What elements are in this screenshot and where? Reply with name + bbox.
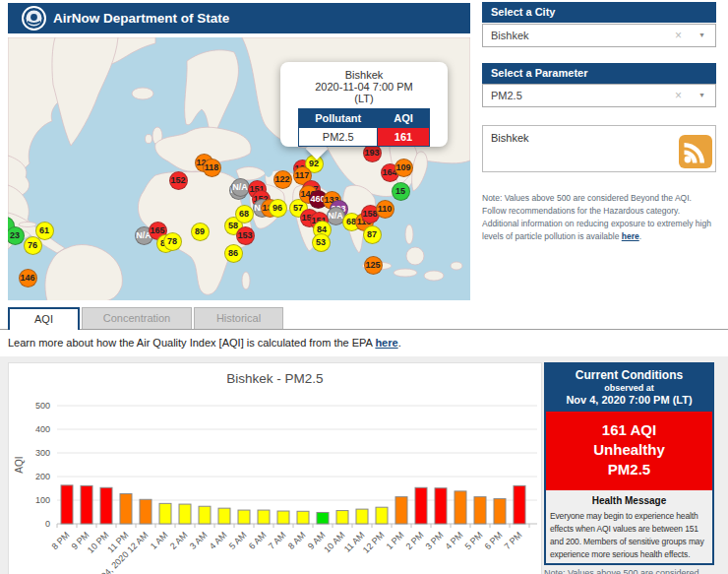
sidebar-note: Note: Values above 500 are considered Be… [482,192,716,243]
svg-text:3 PM: 3 PM [423,530,445,551]
tab-concentration[interactable]: Concentration [82,307,192,329]
aqi-marker[interactable]: 68 [235,205,254,223]
svg-text:4 PM: 4 PM [443,530,464,551]
tab-aqi[interactable]: AQI [8,307,80,330]
aqi-marker[interactable]: 23 [8,226,25,245]
aqi-bar-chart-panel: Bishkek - PM2.5 0100200300400500AQI8 PM9… [8,362,542,574]
popup-city: Bishkek [280,69,448,81]
conditions-datetime: Nov 4, 2020 7:00 PM (LT) [548,394,710,406]
app-header: AirNow Department of State [8,3,470,33]
svg-text:0: 0 [45,519,50,529]
aqi-marker[interactable]: 109 [394,159,413,177]
popup-aqi-value: 161 [378,128,430,147]
chart-title: Bishkek - PM2.5 [9,371,541,386]
aqi-marker[interactable]: 86 [224,244,243,263]
svg-text:7 AM: 7 AM [267,530,288,551]
conditions-aqi-box: 161 AQI Unhealthy PM2.5 [546,412,712,490]
svg-text:300: 300 [35,448,50,458]
aqi-marker[interactable]: N/A [231,178,250,197]
current-conditions-panel: Current Conditions observed at Nov 4, 20… [544,362,714,565]
parameter-select-value: PM2.5 [491,90,522,101]
health-message-section: Health Message Everyone may begin to exp… [546,490,712,563]
conditions-aqi-value: 161 AQI [546,420,712,440]
parameter-clear-icon[interactable]: × [675,85,682,106]
aqi-marker[interactable]: 89 [191,223,210,241]
parameter-dropdown-arrow-icon[interactable]: ▼ [698,85,705,106]
world-aqi-map[interactable]: 236176146152126118N/A165837889N/A5815386… [8,37,470,300]
learn-more-text: Learn more about how the Air Quality Ind… [8,337,401,349]
svg-text:1 PM: 1 PM [384,530,405,551]
city-select[interactable]: Bishkek × ▼ [482,24,716,47]
svg-text:8 AM: 8 AM [286,530,308,551]
aqi-marker[interactable]: 76 [24,236,42,255]
aqi-marker[interactable]: 152 [169,171,188,190]
select-city-header: Select a City [482,2,716,23]
rss-box: Bishkek [482,125,716,172]
learn-more-suffix: . [398,337,401,349]
city-select-value: Bishkek [491,30,529,41]
aqi-marker[interactable]: 87 [363,225,382,244]
svg-text:AQI: AQI [14,456,25,473]
aqi-marker[interactable]: 153 [236,226,255,245]
conditions-header: Current Conditions observed at Nov 4, 20… [546,364,712,412]
popup-aqi-header: AQI [378,109,430,128]
map-popup: Bishkek 2020-11-04 7:00 PM (LT) Pollutan… [280,62,448,147]
popup-table: Pollutant AQI PM2.5 161 [298,108,430,147]
svg-text:7 PM: 7 PM [502,530,523,551]
learn-more-body: Learn more about how the Air Quality Ind… [8,337,375,349]
svg-text:6 PM: 6 PM [482,530,504,551]
svg-text:500: 500 [35,401,50,411]
aqi-marker[interactable]: 146 [19,269,37,287]
svg-text:400: 400 [35,424,50,434]
aqi-marker[interactable]: 15 [392,182,410,201]
svg-text:200: 200 [35,472,50,481]
rss-icon[interactable] [679,135,712,168]
aqi-marker[interactable]: 78 [163,232,182,251]
svg-text:3 AM: 3 AM [188,530,210,551]
svg-text:10 PM: 10 PM [86,530,110,554]
popup-lt: (LT) [280,93,448,104]
city-dropdown-arrow-icon[interactable]: ▼ [698,25,705,46]
conditions-title: Current Conditions [548,368,710,382]
health-message-title: Health Message [550,495,708,506]
popup-pollutant-value: PM2.5 [299,128,378,147]
svg-text:100: 100 [35,495,50,505]
aqi-marker[interactable]: 118 [203,159,221,177]
parameter-select[interactable]: PM2.5 × ▼ [482,84,716,107]
svg-text:5 PM: 5 PM [462,530,484,551]
svg-text:2 PM: 2 PM [403,530,425,551]
tab-underline [0,329,728,330]
svg-text:2 AM: 2 AM [168,530,190,551]
aqi-marker[interactable]: 53 [312,233,331,252]
department-of-state-seal-icon [22,6,46,31]
svg-text:6 AM: 6 AM [247,530,269,551]
note-here-link[interactable]: here [622,231,639,241]
svg-text:1 AM: 1 AM [149,530,170,551]
tab-historical[interactable]: Historical [194,307,283,329]
note-text: Note: Values above 500 are considered Be… [482,193,711,241]
popup-pollutant-header: Pollutant [299,109,378,128]
conditions-category: Unhealthy [546,440,712,460]
conditions-observed: observed at [548,383,710,393]
rss-city-label: Bishkek [491,132,529,144]
aqi-bar-chart: 0100200300400500AQI8 PM9 PM10 PM11 PMNov… [9,387,541,574]
select-parameter-header: Select a Parameter [482,63,716,84]
aqi-marker[interactable]: 122 [273,170,292,189]
svg-text:8 PM: 8 PM [49,530,71,551]
svg-text:5 AM: 5 AM [227,530,249,551]
city-clear-icon[interactable]: × [675,25,682,46]
app-title: AirNow Department of State [53,3,229,33]
svg-text:10 AM: 10 AM [322,530,346,554]
aqi-marker[interactable]: 110 [376,200,394,219]
conditions-pollutant: PM2.5 [546,460,712,479]
bottom-note-cutoff: Note: Values above 500 are considered Be… [544,568,726,574]
aqi-marker[interactable]: 96 [269,199,287,218]
svg-text:4 AM: 4 AM [208,530,229,551]
learn-more-here-link[interactable]: here [375,337,397,349]
svg-text:12 PM: 12 PM [361,530,386,554]
health-message-text: Everyone may begin to experience health … [550,510,708,561]
note-suffix: . [639,231,641,241]
popup-datetime: 2020-11-04 7:00 PM [280,81,448,93]
aqi-marker[interactable]: 125 [364,256,383,275]
